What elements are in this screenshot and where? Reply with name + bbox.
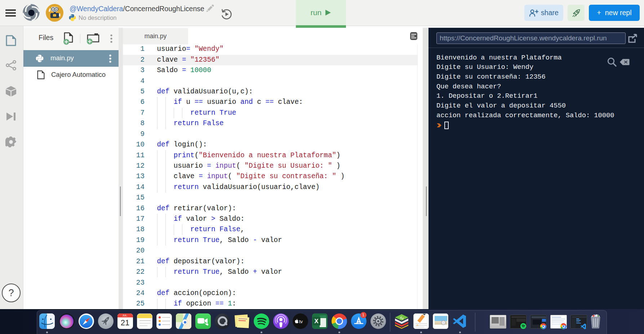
svg-text:tv: tv xyxy=(299,319,303,324)
